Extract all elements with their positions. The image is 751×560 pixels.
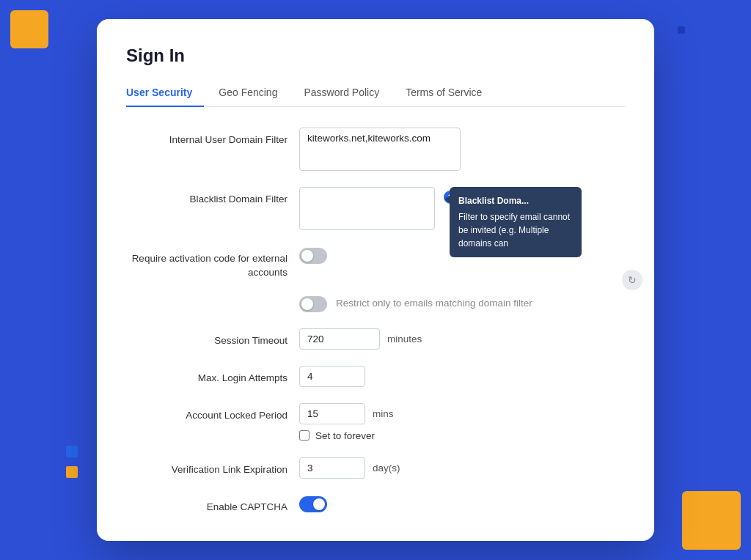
tab-password-policy[interactable]: Password Policy — [304, 81, 391, 107]
toggle-slider — [299, 248, 327, 264]
require-activation-toggle[interactable] — [299, 248, 327, 264]
verification-link-input-wrap: day(s) — [299, 457, 400, 479]
account-locked-input-wrap: mins — [299, 403, 394, 424]
decorative-square-bottomleft — [66, 446, 78, 457]
decorative-square-topleft — [10, 10, 48, 48]
scroll-hint: ↻ — [622, 270, 642, 290]
set-forever-label[interactable]: Set to forever — [315, 430, 375, 441]
session-timeout-unit: minutes — [387, 334, 422, 345]
blacklist-domain-control: ? Blacklist Doma... Filter to specify em… — [299, 187, 625, 230]
tab-user-security[interactable]: User Security — [126, 81, 204, 107]
session-timeout-input[interactable] — [299, 328, 380, 350]
decorative-square-bottomright — [682, 491, 741, 550]
verification-link-unit: day(s) — [373, 463, 400, 474]
set-forever-checkbox[interactable] — [299, 430, 309, 441]
blacklist-domain-label: Blacklist Domain Filter — [126, 187, 287, 207]
set-forever-wrap: Set to forever — [299, 430, 375, 441]
main-card: Sign In User Security Geo Fencing Passwo… — [97, 19, 654, 540]
max-login-attempts-row: Max. Login Attempts — [126, 366, 625, 387]
form-area: Internal User Domain Filter kiteworks.ne… — [126, 128, 625, 515]
blacklist-domain-filter-row: Blacklist Domain Filter ? Blacklist Doma… — [126, 187, 625, 230]
account-locked-label: Account Locked Period — [126, 403, 287, 423]
blacklist-domain-input[interactable] — [299, 187, 435, 230]
decorative-square-topright — [678, 26, 685, 34]
captcha-toggle-slider — [299, 496, 327, 512]
decorative-square-bottomleft2 — [66, 466, 78, 478]
max-login-control — [299, 366, 625, 387]
tab-terms-of-service[interactable]: Terms of Service — [406, 81, 494, 107]
restrict-emails-row: Restrict only to emails matching domain … — [299, 296, 625, 312]
internal-domain-label: Internal User Domain Filter — [126, 128, 287, 147]
account-locked-control: mins Set to forever — [299, 403, 625, 441]
require-activation-label: Require activation code for external acc… — [126, 246, 287, 280]
blacklist-tooltip: Blacklist Doma... Filter to specify emai… — [450, 187, 582, 257]
account-locked-unit: mins — [373, 408, 394, 419]
tabs-bar: User Security Geo Fencing Password Polic… — [126, 81, 625, 107]
max-login-input[interactable] — [299, 366, 365, 387]
account-locked-input[interactable] — [299, 403, 365, 424]
restrict-toggle-slider — [299, 296, 327, 312]
tooltip-title: Blacklist Doma... — [458, 194, 573, 207]
account-locked-row: Account Locked Period mins Set to foreve… — [126, 403, 625, 441]
tooltip-body: Filter to specify email cannot be invite… — [458, 210, 573, 250]
enable-captcha-toggle[interactable] — [299, 496, 327, 512]
tab-geo-fencing[interactable]: Geo Fencing — [219, 81, 289, 107]
session-timeout-input-wrap: minutes — [299, 328, 422, 350]
internal-domain-control: kiteworks.net,kiteworks.com — [299, 128, 625, 171]
enable-captcha-row: Enable CAPTCHA — [126, 495, 625, 515]
session-timeout-label: Session Timeout — [126, 328, 287, 348]
restrict-emails-label: Restrict only to emails matching domain … — [336, 297, 532, 311]
verification-link-control: day(s) — [299, 457, 625, 479]
verification-link-input[interactable] — [299, 457, 365, 479]
session-timeout-control: minutes — [299, 328, 625, 350]
enable-captcha-label: Enable CAPTCHA — [126, 495, 287, 515]
internal-domain-input[interactable]: kiteworks.net,kiteworks.com — [299, 128, 461, 171]
enable-captcha-control — [299, 495, 625, 512]
page-title: Sign In — [126, 45, 625, 66]
max-login-label: Max. Login Attempts — [126, 366, 287, 386]
session-timeout-row: Session Timeout minutes — [126, 328, 625, 350]
verification-link-label: Verification Link Expiration — [126, 457, 287, 477]
verification-link-row: Verification Link Expiration day(s) — [126, 457, 625, 479]
restrict-emails-toggle[interactable] — [299, 296, 327, 312]
internal-domain-filter-row: Internal User Domain Filter kiteworks.ne… — [126, 128, 625, 171]
